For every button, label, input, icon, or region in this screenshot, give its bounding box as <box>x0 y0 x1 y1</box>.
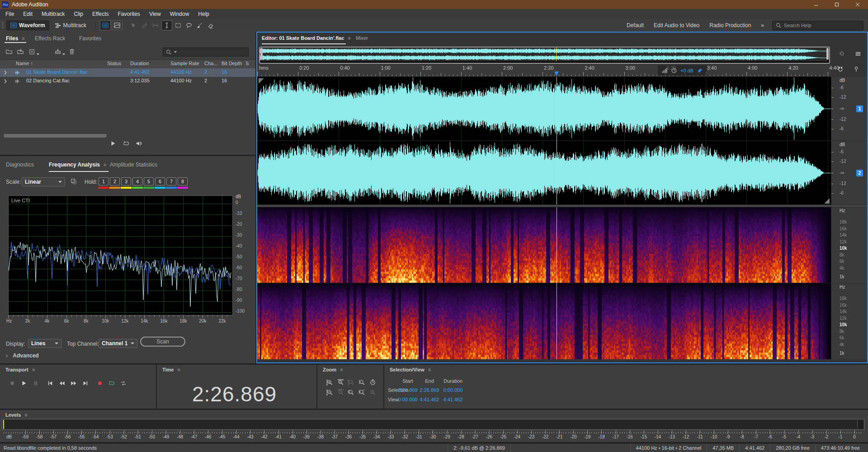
files-panel-menu-icon[interactable]: ≡ <box>22 36 24 41</box>
skip-selection-button[interactable] <box>118 378 129 388</box>
move-tool-button[interactable] <box>129 21 139 30</box>
add-marker-button[interactable] <box>853 66 859 74</box>
files-horizontal-scrollbar[interactable] <box>4 134 107 138</box>
hold-button-5[interactable]: 5 <box>144 177 154 186</box>
zoom-in-horizontal-button[interactable] <box>335 377 346 387</box>
lasso-selection-tool-button[interactable] <box>184 21 194 30</box>
view-start-value[interactable]: 0:00.000 <box>398 397 418 402</box>
maximize-button[interactable] <box>826 0 847 9</box>
editor-panel-menu-icon[interactable]: ≡ <box>348 35 350 41</box>
waveform-view-button[interactable]: Waveform <box>6 20 49 30</box>
toolbar-grip[interactable] <box>2 22 4 29</box>
timeline-ruler[interactable]: hms 0:200:401:001:201:402:002:202:403:00… <box>257 64 831 76</box>
hold-button-3[interactable]: 3 <box>121 177 131 186</box>
analysis-tab-frequency-analysis[interactable]: Frequency Analysis≡ <box>49 162 106 168</box>
top-channel-dropdown[interactable]: Channel 1 <box>99 339 137 348</box>
hold-button-7[interactable]: 7 <box>166 177 176 186</box>
zoom-navigate-button[interactable] <box>346 377 357 387</box>
open-file-button[interactable] <box>6 48 12 56</box>
menu-favorites[interactable]: Favorites <box>113 11 145 17</box>
overview-right-handle[interactable] <box>826 48 829 60</box>
time-menu-icon[interactable]: ≡ <box>177 367 180 372</box>
loop-playback-button[interactable] <box>106 378 118 388</box>
selection-end-value[interactable]: 2:26.869 <box>420 387 439 393</box>
hud-gain-value[interactable]: +0 dB <box>680 68 693 73</box>
overview-navigator[interactable] <box>259 47 830 64</box>
advanced-expander[interactable]: › Advanced <box>6 352 39 359</box>
view-duration-value[interactable]: 4:41.462 <box>443 397 463 402</box>
waveform-channel-2[interactable] <box>257 141 831 205</box>
multitrack-view-button[interactable]: Multitrack <box>51 21 90 30</box>
new-content-caret-icon[interactable] <box>37 53 39 55</box>
hold-button-1[interactable]: 1 <box>99 177 108 186</box>
pause-button[interactable] <box>30 378 42 388</box>
record-button[interactable] <box>94 378 106 388</box>
rewind-button[interactable] <box>56 378 68 388</box>
spectrogram-channel-1[interactable] <box>257 207 831 283</box>
scale-handle-bottom-right[interactable] <box>824 198 830 204</box>
spectral-display-toggle[interactable] <box>112 20 123 30</box>
level-meter[interactable] <box>2 419 864 430</box>
files-tab-favorites[interactable]: Favorites <box>79 35 101 42</box>
zoom-in-vertical-button[interactable] <box>325 377 335 387</box>
selection-view-menu-icon[interactable]: ≡ <box>428 367 431 372</box>
zoom-full-button[interactable] <box>367 387 378 397</box>
analysis-panel-menu-icon[interactable]: ≡ <box>104 162 106 167</box>
pin-icon[interactable] <box>697 67 703 74</box>
razor-tool-button[interactable] <box>140 21 150 30</box>
delete-file-button[interactable] <box>69 48 75 56</box>
expand-chevron-icon[interactable]: ❯ <box>4 70 7 75</box>
menu-file[interactable]: File <box>1 11 19 17</box>
marquee-selection-tool-button[interactable] <box>173 21 183 30</box>
scale-dropdown[interactable]: Linear <box>22 177 65 186</box>
column-header-sample-rate[interactable]: Sample Rate <box>170 61 199 66</box>
time-display[interactable]: 2:26.869 <box>192 382 277 406</box>
column-header-s[interactable]: S <box>245 61 249 66</box>
column-header-name[interactable]: Name ↑ <box>16 61 33 66</box>
new-content-button[interactable] <box>29 48 35 56</box>
import-file-button[interactable] <box>17 48 24 56</box>
eraser-tool-button[interactable] <box>206 21 216 30</box>
skip-to-previous-button[interactable] <box>44 378 56 388</box>
zoom-selection-button[interactable] <box>357 387 368 397</box>
playhead-marker[interactable] <box>554 71 559 76</box>
stop-button[interactable] <box>6 378 18 388</box>
channel-badge-1[interactable]: 1 <box>856 105 863 112</box>
zoom-out-horizontal-button[interactable] <box>335 387 346 397</box>
skip-to-next-button[interactable] <box>80 378 91 388</box>
scale-handle-top-left[interactable] <box>259 78 264 84</box>
file-row[interactable]: ❯02 Dancing Cat.flac3:12.03544100 Hz216 <box>0 77 255 86</box>
hold-button-4[interactable]: 4 <box>132 177 142 186</box>
editor-tab-mixer[interactable]: Mixer <box>356 35 368 41</box>
file-row[interactable]: ❯01 Skate Board Dancin'.flac4:41.4624410… <box>0 68 255 77</box>
workspace-radio-production[interactable]: Radio Production <box>709 22 751 29</box>
clip-indicator[interactable] <box>857 420 863 429</box>
snap-toggle-button[interactable] <box>837 66 844 74</box>
transport-menu-icon[interactable]: ≡ <box>32 367 35 372</box>
channel-badge-2[interactable]: 2 <box>856 170 863 176</box>
analysis-tab-diagnostics[interactable]: Diagnostics <box>6 162 34 168</box>
overview-menu-button[interactable] <box>855 51 861 58</box>
files-search-input[interactable] <box>163 48 249 57</box>
spectrogram-channel-2[interactable] <box>257 284 831 359</box>
hold-button-6[interactable]: 6 <box>155 177 165 186</box>
menu-window[interactable]: Window <box>165 11 194 17</box>
overview-zoom-nav-button[interactable] <box>839 51 845 58</box>
menu-help[interactable]: Help <box>193 11 214 17</box>
zoom-left-button[interactable] <box>346 387 357 397</box>
files-tab-effects-rack[interactable]: Effects Rack <box>35 35 65 42</box>
levels-menu-icon[interactable]: ≡ <box>24 412 27 418</box>
hold-button-8[interactable]: 8 <box>178 177 188 186</box>
hold-button-2[interactable]: 2 <box>110 177 120 186</box>
paintbrush-tool-button[interactable] <box>195 21 205 30</box>
fast-forward-button[interactable] <box>68 378 80 388</box>
selection-duration-value[interactable]: 0:00.000 <box>443 387 463 393</box>
minimize-button[interactable] <box>806 0 826 9</box>
copy-graph-button[interactable] <box>71 178 77 186</box>
files-tab-files[interactable]: Files≡ <box>6 35 25 42</box>
column-header-status[interactable]: Status <box>107 61 121 66</box>
amplitude-ruler-1[interactable]: dB-6-12-∞-12-61 <box>831 77 867 140</box>
menu-clip[interactable]: Clip <box>69 11 88 17</box>
files-play-button[interactable] <box>110 140 116 148</box>
files-autoplay-button[interactable] <box>136 140 142 148</box>
